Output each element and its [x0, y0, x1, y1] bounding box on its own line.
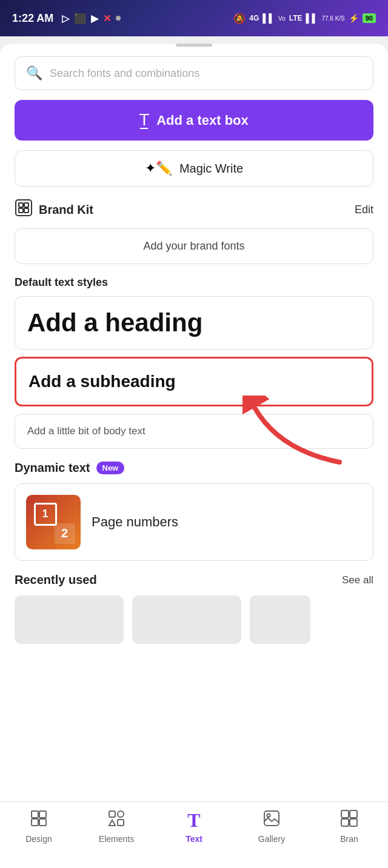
text-nav-icon: T: [187, 809, 200, 832]
add-textbox-label: Add a text box: [156, 113, 249, 128]
status-bar: 1:22 AM ▷ ⬛ ▶ ✕ 🔕 4G ▌▌ Vo LTE ▌▌ 77.6 K…: [0, 0, 388, 36]
bottom-nav: Design Elements T Text Gallery: [0, 801, 388, 868]
page-thumb-box1: 1: [34, 503, 57, 526]
svg-rect-0: [16, 200, 32, 216]
svg-rect-6: [32, 811, 38, 818]
page-numbers-thumbnail: 1 2: [26, 495, 81, 549]
see-all-button[interactable]: See all: [342, 574, 373, 586]
magic-write-button[interactable]: ✦✏️ Magic Write: [15, 150, 373, 187]
nav-text[interactable]: T Text: [155, 809, 233, 844]
default-text-styles-label: Default text styles: [15, 276, 373, 289]
svg-rect-2: [24, 203, 28, 207]
svg-rect-9: [39, 819, 46, 826]
add-textbox-button[interactable]: T̲ Add a text box: [15, 100, 373, 141]
brand-kit-label: Brand Kit: [39, 203, 93, 217]
svg-marker-12: [109, 820, 115, 826]
signal-bars-icon: ▌▌: [263, 13, 275, 23]
recent-cards-row: [15, 595, 373, 644]
recent-card-2[interactable]: [132, 595, 241, 644]
svg-rect-16: [341, 810, 349, 818]
svg-rect-3: [19, 208, 23, 213]
nav-elements[interactable]: Elements: [78, 809, 155, 844]
recent-card-3[interactable]: [250, 595, 310, 644]
add-heading-button[interactable]: Add a heading: [15, 296, 373, 350]
status-time: 1:22 AM ▷ ⬛ ▶ ✕: [12, 12, 121, 25]
status-icons: 🔕 4G ▌▌ Vo LTE ▌▌ 77.6 K/S ⚡ 90: [233, 13, 376, 24]
lte-icon: LTE: [289, 14, 303, 22]
new-badge: New: [96, 462, 125, 474]
bell-off-icon: 🔕: [233, 13, 246, 24]
brand-kit-icon: [15, 199, 33, 221]
cast-icon: ▷: [62, 13, 69, 24]
svg-rect-8: [32, 819, 38, 826]
nav-brand-label: Bran: [340, 834, 358, 844]
page-numbers-label: Page numbers: [92, 514, 178, 530]
drag-handle[interactable]: [176, 44, 212, 47]
search-icon: 🔍: [26, 65, 42, 81]
svg-rect-11: [118, 811, 124, 817]
page-thumb-box2: 2: [55, 523, 75, 544]
vo-icon: Vo: [278, 15, 286, 22]
recently-used-label: Recently used: [15, 573, 97, 587]
lightning-icon: ⚡: [349, 13, 359, 23]
nav-gallery-label: Gallery: [258, 834, 285, 844]
signal-4g-icon: 4G: [249, 14, 259, 22]
main-panel: 🔍 Search fonts and combinations T̲ Add a…: [0, 44, 388, 868]
brand-kit-row: Brand Kit Edit: [15, 199, 373, 221]
red-arrow-svg: [242, 396, 352, 468]
dot-icon: [116, 16, 121, 21]
magic-wand-icon: ✦✏️: [145, 161, 172, 176]
svg-rect-17: [350, 810, 357, 818]
dynamic-text-label: Dynamic text: [15, 461, 90, 475]
svg-rect-10: [109, 811, 115, 817]
brand-kit-left: Brand Kit: [15, 199, 93, 221]
svg-rect-19: [350, 819, 357, 826]
svg-rect-4: [24, 208, 28, 213]
page-numbers-card[interactable]: 1 2 Page numbers: [15, 483, 373, 561]
search-placeholder: Search fonts and combinations: [50, 67, 199, 80]
add-brand-fonts-button[interactable]: Add your brand fonts: [15, 228, 373, 264]
brand-nav-icon: [340, 809, 358, 832]
svg-rect-7: [39, 811, 46, 818]
magic-write-label: Magic Write: [179, 162, 243, 176]
svg-rect-1: [19, 203, 23, 207]
design-icon: [30, 809, 48, 832]
recently-used-row: Recently used See all: [15, 573, 373, 587]
nav-brand[interactable]: Bran: [310, 809, 388, 844]
nav-text-label: Text: [186, 834, 202, 844]
brand-kit-edit-button[interactable]: Edit: [355, 204, 373, 216]
svg-point-15: [267, 814, 270, 817]
subheading-text: Add a subheading: [28, 372, 176, 391]
text-icon: T̲: [139, 111, 149, 130]
nav-design-label: Design: [25, 834, 52, 844]
page-thumb-inner: 1 2: [31, 500, 76, 545]
nav-design[interactable]: Design: [0, 809, 78, 844]
gallery-icon: [263, 809, 281, 832]
speed-label: 77.6 K/S: [321, 15, 344, 22]
recent-card-1[interactable]: [15, 595, 124, 644]
signal-bars-2-icon: ▌▌: [306, 13, 318, 23]
nav-elements-label: Elements: [99, 834, 134, 844]
elements-icon: [107, 809, 125, 832]
svg-rect-18: [341, 819, 349, 826]
stop-icon: ⬛: [74, 13, 86, 24]
youtube-icon: ▶: [91, 13, 98, 24]
close-icon: ✕: [103, 13, 111, 24]
add-brand-fonts-label: Add your brand fonts: [143, 240, 244, 252]
search-bar[interactable]: 🔍 Search fonts and combinations: [15, 56, 373, 90]
heading-text: Add a heading: [27, 308, 202, 337]
svg-rect-13: [118, 820, 124, 826]
nav-gallery[interactable]: Gallery: [233, 809, 310, 844]
body-text: Add a little bit of body text: [27, 425, 146, 437]
battery-indicator: 90: [363, 13, 376, 23]
